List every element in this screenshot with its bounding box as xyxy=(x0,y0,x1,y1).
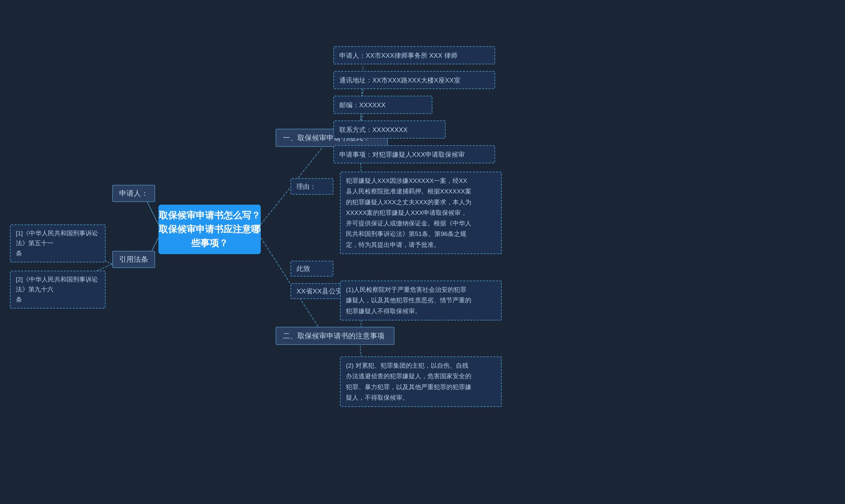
law-node-2: [2]《中华人民共和国刑事诉讼法》第九十六 条 xyxy=(10,271,106,309)
reason-text-node: 犯罪嫌疑人XXX因涉嫌XXXXXX一案，经XX 县人民检察院批准逮捕羁押。根据X… xyxy=(340,172,502,254)
svg-line-2 xyxy=(145,198,158,224)
zhici-node: 此致 xyxy=(290,261,334,276)
applicant-info-node: 申请人：XX市XXX律师事务所 XXX 律师 xyxy=(334,46,495,65)
postal-info-node: 邮编：XXXXXX xyxy=(334,96,432,114)
citation-branch-label: 引用法条 xyxy=(112,251,155,268)
law-node-1: [1]《中华人民共和国刑事诉讼法》第五十一 条 xyxy=(10,224,106,263)
notice-node-2: (2) 对累犯、犯罪集团的主犯，以自伤、自残 办法逃避侦查的犯罪嫌疑人，危害国家… xyxy=(340,357,502,407)
center-topic: 取保候审申请书怎么写？ 取保候审申请书应注意哪 些事项？ xyxy=(158,205,261,254)
notice-node-1: (1)人民检察院对于严重危害社会治安的犯罪 嫌疑人，以及其他犯罪性质恶劣、情节严… xyxy=(340,281,502,321)
reason-label-node: 理由： xyxy=(290,178,334,195)
matter-info-node: 申请事项：对犯罪嫌疑人XXX申请取保候审 xyxy=(334,145,495,163)
contact-info-node: 联系方式：XXXXXXXX xyxy=(334,121,446,139)
address-info-node: 通讯地址：XX市XXX路XXX大楼X座XX室 xyxy=(334,71,495,89)
applicant-branch-label: 申请人： xyxy=(112,185,155,202)
section-2-label: 二、取保候审申请书的注意事项 xyxy=(276,327,394,345)
